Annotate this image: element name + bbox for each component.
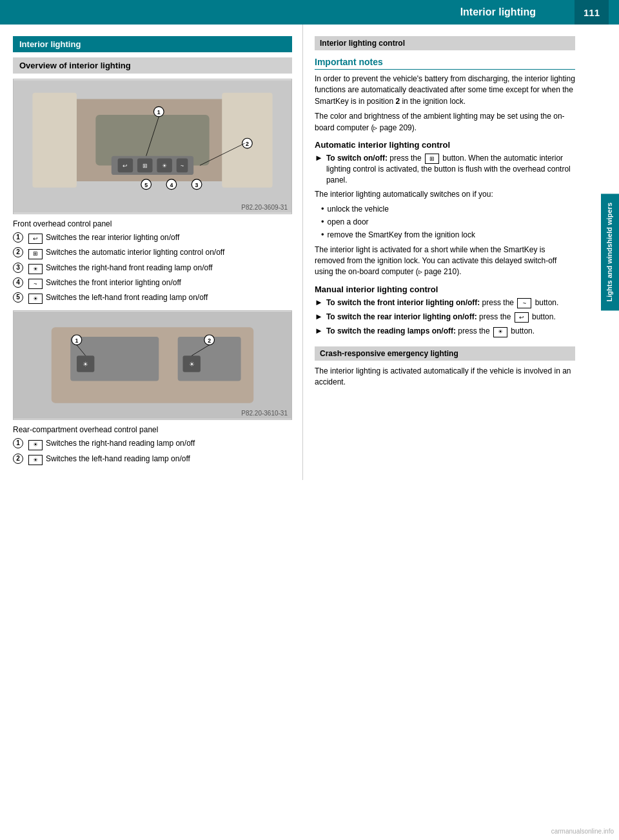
auto-bullet-3: • remove the SmartKey from the ignition …	[321, 230, 575, 241]
list-item-2: 2 ⊞ Switches the automatic interior ligh…	[13, 247, 292, 259]
svg-rect-2	[32, 93, 77, 188]
svg-text:1: 1	[75, 337, 79, 344]
header-bar: Interior lighting 111	[0, 0, 619, 25]
auto-para2: The interior light is activated for a sh…	[315, 245, 575, 278]
svg-text:3: 3	[195, 182, 199, 188]
auto-bullet-3-text: remove the SmartKey from the ignition lo…	[328, 230, 475, 241]
auto-arrow-text-1: To switch on/off: press the ⊞ button. Wh…	[326, 153, 575, 186]
icon-box-left-reading: ☀	[28, 294, 43, 304]
dot-icon-2: •	[321, 217, 324, 226]
auto-arrow-item-1: ► To switch on/off: press the ⊞ button. …	[315, 153, 575, 186]
num-circle-3: 3	[13, 263, 23, 273]
list-item-3-text: Switches the right-hand front reading la…	[46, 263, 292, 274]
manual-arrow-text-3: To switch the reading lamps on/off: pres…	[326, 326, 535, 337]
right-column: Interior lighting control Important note…	[303, 25, 601, 480]
auto-bullet-1: • unlock the vehicle	[321, 204, 575, 215]
icon-front: ~	[27, 277, 44, 289]
list-item-4: 4 ~ Switches the front interior lighting…	[13, 277, 292, 289]
icon-box-rear: ↩	[28, 234, 43, 244]
icon-box-front: ~	[28, 279, 43, 289]
svg-text:5: 5	[144, 182, 148, 188]
bottom-image-caption: Rear-compartment overhead control panel	[13, 425, 292, 434]
overview-header: Overview of interior lighting	[13, 57, 292, 74]
bottom-list-item-2-text: Switches the left-hand reading lamp on/o…	[46, 454, 292, 465]
bottom-image: ☀ ☀ 1 2 P82.20-3610-31	[13, 310, 292, 420]
manual-section-title: Manual interior lighting control	[315, 285, 575, 294]
header-title: Interior lighting	[460, 6, 575, 18]
top-image-caption: Front overhead control panel	[13, 219, 292, 228]
side-tab: Lights and windshield wipers	[601, 194, 619, 310]
crash-section: Crash-responsive emergency lighting The …	[315, 346, 575, 388]
num-circle-5: 5	[13, 292, 23, 303]
crash-section-title: Crash-responsive emergency lighting	[315, 346, 575, 361]
manual-arrow-text-1: To switch the front interior lighting on…	[326, 297, 558, 308]
icon-rear-switch: ↩	[515, 312, 529, 323]
list-item-1-text: Switches the rear interior lighting on/o…	[46, 232, 292, 243]
top-image: ↩ ⊞ ☀ ~ 1 2 3	[13, 79, 292, 214]
bottom-num-circle-1: 1	[13, 438, 23, 448]
crash-text: The interior lighting is activated autom…	[315, 366, 575, 388]
dot-icon-3: •	[321, 230, 324, 239]
svg-text:↩: ↩	[123, 163, 128, 169]
manual-arrow-text-2: To switch the rear interior lighting on/…	[326, 312, 556, 323]
icon-box-right-reading: ☀	[28, 264, 43, 274]
list-item-5: 5 ☀ Switches the left-hand front reading…	[13, 292, 292, 304]
num-circle-1: 1	[13, 232, 23, 243]
icon-rear: ↩	[27, 232, 44, 244]
right-section-header: Interior lighting control	[315, 36, 575, 50]
manual-arrow-item-3: ► To switch the reading lamps on/off: pr…	[315, 326, 575, 337]
auto-section-title: Automatic interior lighting control	[315, 140, 575, 150]
dot-icon-1: •	[321, 204, 324, 214]
auto-section: Automatic interior lighting control ► To…	[315, 140, 575, 278]
bottom-list-item-1-text: Switches the right-hand reading lamp on/…	[46, 438, 292, 449]
bottom-icon-1: ☀	[27, 438, 44, 450]
auto-bullet-1-text: unlock the vehicle	[328, 204, 389, 215]
icon-box-auto: ⊞	[28, 249, 43, 259]
list-item-4-text: Switches the front interior lighting on/…	[46, 277, 292, 288]
arrow-icon-manual-3: ►	[315, 326, 323, 335]
list-item-3: 3 ☀ Switches the right-hand front readin…	[13, 263, 292, 274]
important-notes-para2: The color and brightness of the ambient …	[315, 111, 575, 134]
icon-left-reading: ☀	[27, 292, 44, 304]
icon-reading-switch: ☀	[493, 327, 507, 337]
svg-text:2: 2	[246, 141, 249, 147]
section-header-interior-lighting: Interior lighting	[13, 36, 292, 52]
list-item-1: 1 ↩ Switches the rear interior lighting …	[13, 232, 292, 244]
main-content: Interior lighting Overview of interior l…	[0, 25, 619, 480]
icon-auto: ⊞	[27, 247, 44, 259]
svg-text:4: 4	[170, 182, 173, 188]
svg-text:☀: ☀	[162, 163, 167, 169]
svg-text:2: 2	[208, 337, 211, 344]
watermark: carmanualsonline.info	[551, 828, 614, 835]
top-image-label: P82.20-3609-31	[241, 204, 288, 211]
header-page: 111	[575, 0, 609, 25]
left-column: Interior lighting Overview of interior l…	[0, 25, 303, 480]
svg-text:☀: ☀	[189, 361, 195, 368]
bottom-image-label: P82.20-3610-31	[241, 410, 288, 417]
rear-panel-svg: ☀ ☀ 1 2	[14, 311, 291, 419]
list-item-5-text: Switches the left-hand front reading lam…	[46, 292, 292, 303]
svg-text:☀: ☀	[83, 361, 88, 368]
important-notes-para1: In order to prevent the vehicle's batter…	[315, 74, 575, 107]
arrow-icon-1: ►	[315, 153, 323, 163]
manual-arrow-item-1: ► To switch the front interior lighting …	[315, 297, 575, 308]
list-item-2-text: Switches the automatic interior lighting…	[46, 247, 292, 258]
svg-text:⊞: ⊞	[142, 163, 148, 169]
arrow-icon-manual-2: ►	[315, 312, 323, 321]
auto-para1: The interior lighting automatically swit…	[315, 189, 575, 200]
auto-bullet-2: • open a door	[321, 217, 575, 228]
bottom-num-circle-2: 2	[13, 454, 23, 464]
car-interior-svg: ↩ ⊞ ☀ ~ 1 2 3	[14, 79, 291, 214]
auto-bullet-2-text: open a door	[328, 217, 369, 228]
important-notes-section: Important notes In order to prevent the …	[315, 57, 575, 134]
manual-arrow-item-2: ► To switch the rear interior lighting o…	[315, 312, 575, 323]
svg-text:~: ~	[181, 163, 184, 169]
svg-text:1: 1	[157, 109, 161, 115]
num-circle-4: 4	[13, 277, 23, 288]
important-notes-title: Important notes	[315, 57, 575, 70]
manual-section: Manual interior lighting control ► To sw…	[315, 285, 575, 337]
num-circle-2: 2	[13, 247, 23, 257]
bottom-icon-2: ☀	[27, 454, 44, 465]
icon-front-switch: ~	[517, 298, 531, 308]
arrow-icon-manual-1: ►	[315, 297, 323, 307]
